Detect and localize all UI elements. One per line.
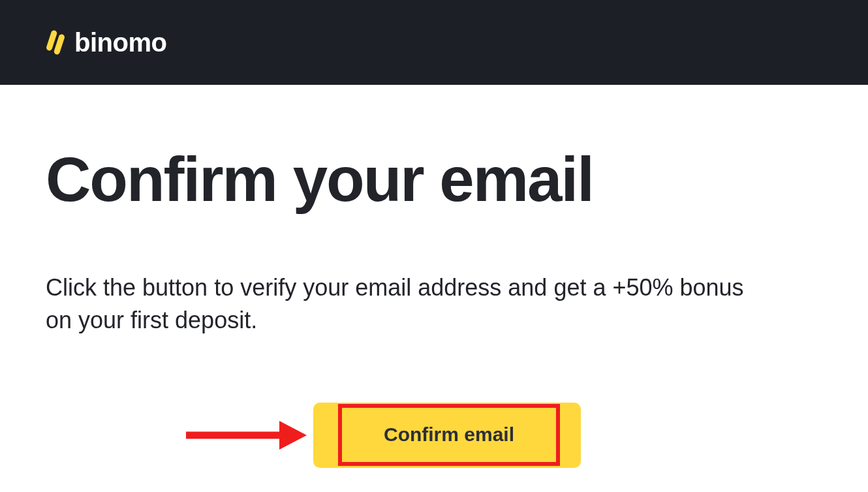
page-heading: Confirm your email — [46, 147, 822, 213]
main-content: Confirm your email Click the button to v… — [0, 85, 868, 468]
confirm-button-label: Confirm email — [384, 423, 514, 446]
arrow-right-icon — [183, 416, 307, 455]
confirm-email-button[interactable]: Confirm email — [313, 403, 581, 468]
binomo-logo-icon — [46, 30, 65, 55]
highlight-box: Confirm email — [338, 404, 560, 466]
logo: binomo — [46, 28, 166, 57]
svg-marker-3 — [279, 421, 307, 450]
header: binomo — [0, 0, 868, 85]
body-copy: Click the button to verify your email ad… — [46, 271, 764, 337]
cta-row: Confirm email — [46, 403, 822, 468]
logo-text: binomo — [74, 28, 166, 57]
